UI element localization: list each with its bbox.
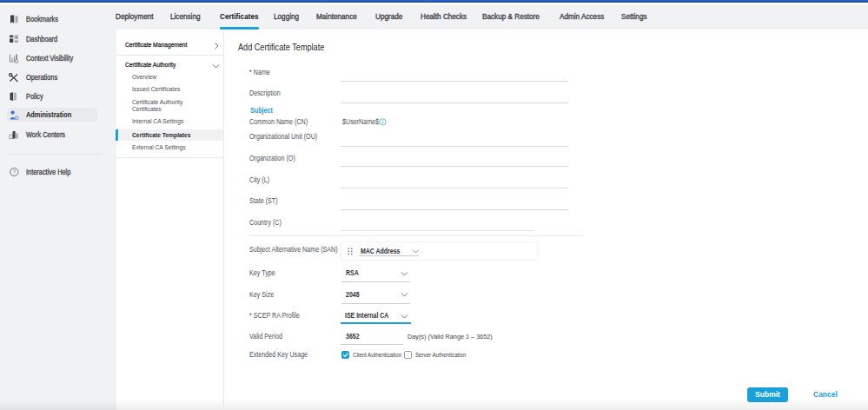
svg-text:?: ?	[13, 169, 17, 175]
